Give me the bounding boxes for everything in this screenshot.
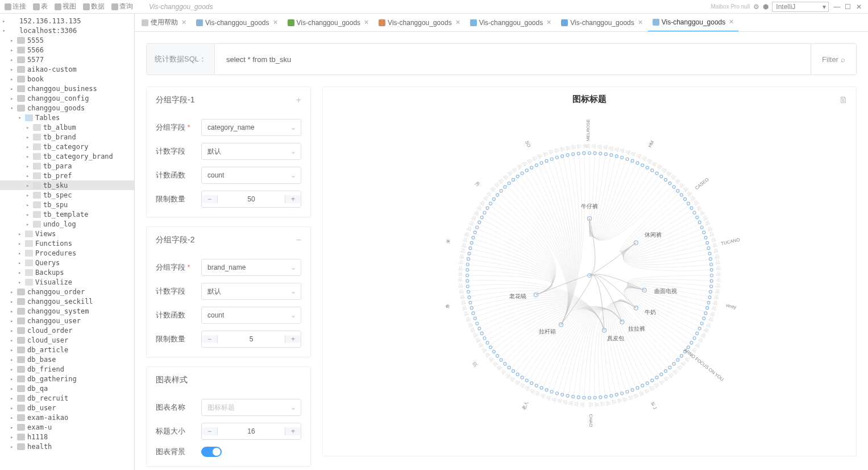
- tree-node-changgou_goods[interactable]: ▾changgou_goods: [0, 103, 134, 113]
- tree-node-tb_brand[interactable]: ▸tb_brand: [0, 132, 134, 142]
- tree-node-changgou_seckill[interactable]: ▸changgou_seckill: [0, 296, 134, 306]
- svg-text:奇: 奇: [445, 303, 451, 310]
- group1-countfield-select[interactable]: 默认: [201, 143, 301, 160]
- tab-3[interactable]: Vis-changgou_goods✕: [374, 14, 466, 32]
- svg-text:品: 品: [605, 401, 611, 406]
- sql-input[interactable]: select * from tb_sku: [215, 44, 811, 75]
- tree-node-tb_para[interactable]: ▸tb_para: [0, 161, 134, 171]
- tree-node-Functions[interactable]: ▸Functions: [0, 238, 134, 248]
- tree-node-tb_pref[interactable]: ▸tb_pref: [0, 171, 134, 180]
- close-icon[interactable]: ✕: [364, 19, 369, 26]
- tab-1[interactable]: Vis-changgou_goods✕: [192, 14, 283, 32]
- gear-icon[interactable]: ⚙: [753, 3, 759, 11]
- tree-node-health[interactable]: ▸health: [0, 442, 134, 451]
- tree-node-Querys[interactable]: ▸Querys: [0, 258, 134, 267]
- group2-field-select[interactable]: brand_name: [201, 259, 301, 276]
- group2-countfield-select[interactable]: 默认: [201, 283, 301, 300]
- hex-icon[interactable]: ⬢: [763, 3, 769, 11]
- group1-field-select[interactable]: category_name: [201, 119, 301, 136]
- tree-node-exam-aikao[interactable]: ▸exam-aikao: [0, 413, 134, 422]
- decrement-button[interactable]: −: [202, 335, 218, 343]
- tab-4[interactable]: Vis-changgou_goods✕: [466, 14, 557, 32]
- tree-node-5566[interactable]: ▸5566: [0, 45, 134, 55]
- tree-node-tb_template[interactable]: ▸tb_template: [0, 209, 134, 219]
- tree-node-Visualize[interactable]: ▸Visualize: [0, 277, 134, 287]
- tab-0[interactable]: 使用帮助✕: [137, 14, 192, 32]
- tree-node-tb_category_brand[interactable]: ▸tb_category_brand: [0, 151, 134, 161]
- tree-node-Tables[interactable]: ▾Tables: [0, 113, 134, 122]
- group1-countfunc-select[interactable]: count: [201, 167, 301, 184]
- tree-node-tb_spu[interactable]: ▸tb_spu: [0, 200, 134, 209]
- menu-table[interactable]: 表: [33, 2, 48, 11]
- tree-node-152.136.113.135[interactable]: ▸152.136.113.135: [0, 16, 134, 26]
- tree-node-5577[interactable]: ▸5577: [0, 55, 134, 64]
- tree-node-aikao-custom[interactable]: ▸aikao-custom: [0, 64, 134, 74]
- tree-node-db_recruit[interactable]: ▸db_recruit: [0, 393, 134, 403]
- minimize-button[interactable]: —: [832, 3, 841, 11]
- svg-point-128: [525, 169, 528, 172]
- tab-2[interactable]: Vis-changgou_goods✕: [283, 14, 375, 32]
- tree-node-Views[interactable]: ▸Views: [0, 229, 134, 238]
- tree-node-cloud_order[interactable]: ▸cloud_order: [0, 325, 134, 335]
- decrement-button[interactable]: −: [202, 427, 218, 435]
- tree-node-db_gathering[interactable]: ▸db_gathering: [0, 374, 134, 384]
- menu-data[interactable]: 数据: [83, 2, 105, 11]
- increment-button[interactable]: +: [285, 195, 301, 203]
- menu-query[interactable]: 查询: [111, 2, 133, 11]
- tree-node-localhost:3306[interactable]: ▾localhost:3306: [0, 26, 134, 35]
- tree-node-cloud_user[interactable]: ▸cloud_user: [0, 335, 134, 345]
- tree-node-exam-u[interactable]: ▸exam-u: [0, 422, 134, 432]
- tree-node-changgou_user[interactable]: ▸changgou_user: [0, 316, 134, 325]
- menu-connect[interactable]: 连接: [5, 2, 26, 11]
- tree-node-tb_sku[interactable]: ▸tb_sku: [0, 180, 134, 190]
- close-icon[interactable]: ✕: [729, 18, 734, 26]
- tree-node-db_base[interactable]: ▸db_base: [0, 354, 134, 364]
- menu-view[interactable]: 视图: [55, 2, 76, 11]
- chart-bg-switch[interactable]: [201, 447, 222, 457]
- decrement-button[interactable]: −: [202, 195, 218, 203]
- doc-icon[interactable]: 🗎: [839, 95, 848, 105]
- group1-limit-stepper[interactable]: − 50 +: [201, 191, 301, 208]
- tree-node-changgou_config[interactable]: ▸changgou_config: [0, 93, 134, 103]
- tree-node-db_user[interactable]: ▸db_user: [0, 403, 134, 413]
- chart-name-input[interactable]: 图标标题: [201, 399, 301, 416]
- svg-point-85: [512, 370, 514, 373]
- tab-6[interactable]: Vis-changgou_goods✕: [648, 14, 740, 32]
- theme-dropdown[interactable]: IntelliJ: [772, 2, 829, 12]
- tree-node-db_article[interactable]: ▸db_article: [0, 345, 134, 354]
- group2-countfunc-select[interactable]: count: [201, 307, 301, 324]
- tree-node-changgou_system[interactable]: ▸changgou_system: [0, 306, 134, 316]
- close-icon[interactable]: ✕: [455, 19, 460, 26]
- tree-node-book[interactable]: ▸book: [0, 74, 134, 84]
- tree-node-changgou_order[interactable]: ▸changgou_order: [0, 287, 134, 296]
- group2-remove-button[interactable]: −: [296, 235, 301, 245]
- close-icon[interactable]: ✕: [638, 19, 643, 26]
- increment-button[interactable]: +: [285, 427, 301, 435]
- increment-button[interactable]: +: [285, 335, 301, 343]
- close-button[interactable]: ✕: [854, 3, 863, 11]
- group2-limit-stepper[interactable]: − 5 +: [201, 331, 301, 348]
- tree-node-tb_spec[interactable]: ▸tb_spec: [0, 190, 134, 200]
- tree-node-h1118[interactable]: ▸h1118: [0, 432, 134, 442]
- tree-node-tb_category[interactable]: ▸tb_category: [0, 142, 134, 151]
- tree-node-Backups[interactable]: ▸Backups: [0, 267, 134, 277]
- tree-node-tb_album[interactable]: ▸tb_album: [0, 122, 134, 132]
- tree-node-undo_log[interactable]: ▸undo_log: [0, 219, 134, 229]
- svg-point-90: [492, 351, 495, 353]
- maximize-button[interactable]: ☐: [844, 3, 853, 11]
- database-tree[interactable]: ▸152.136.113.135▾localhost:3306▸5555▸556…: [0, 14, 135, 470]
- close-icon[interactable]: ✕: [273, 19, 278, 26]
- group1-add-button[interactable]: +: [296, 95, 301, 105]
- tree-node-changgou_business[interactable]: ▸changgou_business: [0, 84, 134, 93]
- svg-text:拉拉裤: 拉拉裤: [628, 325, 645, 332]
- tree-node-db_friend[interactable]: ▸db_friend: [0, 364, 134, 374]
- tree-node-5555[interactable]: ▸5555: [0, 35, 134, 45]
- close-icon[interactable]: ✕: [181, 19, 186, 26]
- close-icon[interactable]: ✕: [546, 19, 551, 26]
- tree-node-db_qa[interactable]: ▸db_qa: [0, 384, 134, 393]
- tree-node-Procedures[interactable]: ▸Procedures: [0, 248, 134, 258]
- filter-button[interactable]: Filter ⌕: [811, 44, 856, 75]
- svg-text:老花镜: 老花镜: [509, 293, 526, 299]
- tab-5[interactable]: Vis-changgou_goods✕: [556, 14, 648, 32]
- title-size-stepper[interactable]: − 16 +: [201, 423, 301, 440]
